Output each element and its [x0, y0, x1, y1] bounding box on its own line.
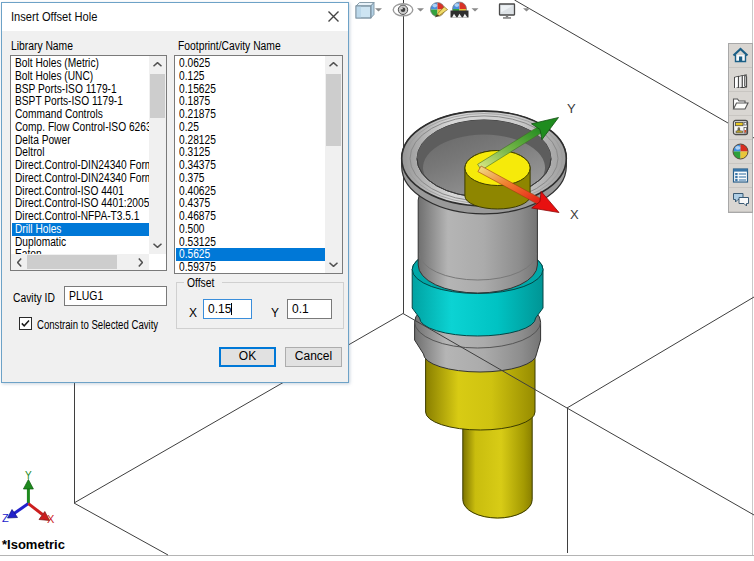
svg-text:Z: Z: [2, 512, 9, 524]
svg-text:X: X: [570, 207, 579, 222]
svg-text:Y: Y: [25, 470, 32, 481]
svg-text:X: X: [47, 513, 55, 525]
svg-text:Y: Y: [567, 101, 576, 116]
